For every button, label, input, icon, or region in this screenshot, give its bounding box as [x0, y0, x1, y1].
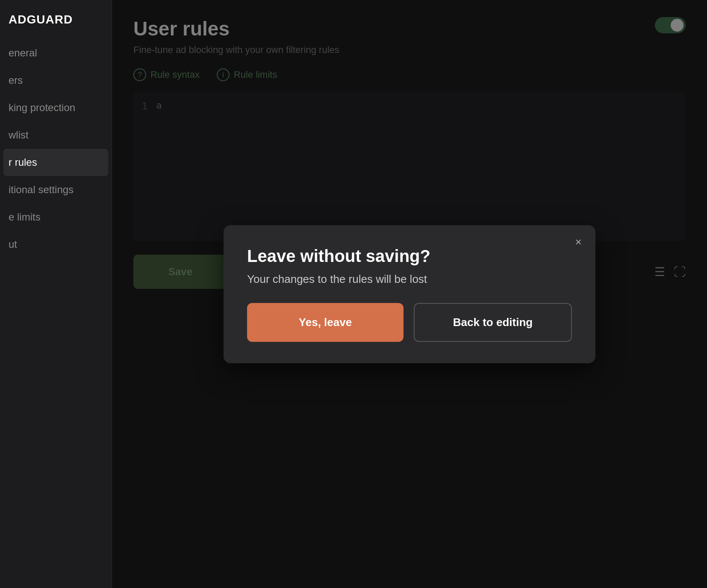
sidebar-item-label: eneral	[9, 47, 37, 59]
main-content: User rules Fine-tune ad blocking with yo…	[112, 0, 707, 588]
sidebar-item-label: ut	[9, 238, 17, 250]
sidebar-item-label: e limits	[9, 211, 41, 223]
sidebar-item-allowlist[interactable]: wlist	[0, 121, 112, 149]
sidebar-item-label: king protection	[9, 102, 75, 113]
modal-buttons: Yes, leave Back to editing	[247, 303, 572, 342]
app-logo: ADGUARD	[0, 9, 112, 39]
sidebar-item-user-rules[interactable]: r rules	[3, 149, 108, 176]
sidebar: ADGUARD eneral ers king protection wlist…	[0, 0, 112, 588]
yes-leave-button[interactable]: Yes, leave	[247, 303, 404, 342]
sidebar-item-tracking-protection[interactable]: king protection	[0, 94, 112, 121]
sidebar-item-filters[interactable]: ers	[0, 67, 112, 94]
back-to-editing-button[interactable]: Back to editing	[414, 303, 572, 342]
leave-dialog: × Leave without saving? Your changes to …	[224, 225, 595, 363]
close-button[interactable]: ×	[571, 235, 586, 250]
modal-message: Your changes to the rules will be lost	[247, 273, 572, 286]
sidebar-item-rule-limits[interactable]: e limits	[0, 203, 112, 231]
sidebar-item-label: wlist	[9, 129, 29, 141]
sidebar-item-label: ers	[9, 74, 23, 86]
sidebar-item-label: r rules	[9, 156, 37, 168]
sidebar-item-general[interactable]: eneral	[0, 39, 112, 67]
modal-overlay: × Leave without saving? Your changes to …	[112, 0, 707, 588]
sidebar-item-label: itional settings	[9, 184, 74, 195]
sidebar-item-additional-settings[interactable]: itional settings	[0, 176, 112, 203]
sidebar-item-about[interactable]: ut	[0, 231, 112, 258]
modal-title: Leave without saving?	[247, 247, 572, 266]
